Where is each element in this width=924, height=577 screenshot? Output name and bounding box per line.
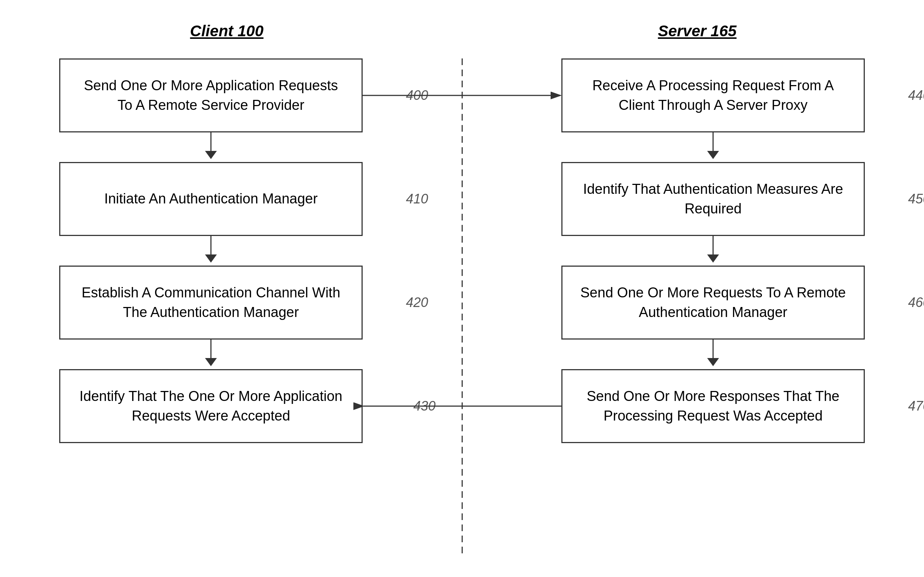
block-470-text: Send One Or More Responses That The Proc… bbox=[577, 387, 849, 426]
block-400-text: Send One Or More Application Requests To… bbox=[75, 76, 347, 115]
label-440: 440 bbox=[908, 86, 924, 105]
label-460: 460 bbox=[908, 293, 924, 312]
arrow-410-420 bbox=[44, 236, 378, 266]
arrow-450-460 bbox=[546, 236, 880, 266]
column-divider bbox=[407, 58, 517, 555]
label-450: 450 bbox=[908, 190, 924, 208]
block-440-text: Receive A Processing Request From A Clie… bbox=[577, 76, 849, 115]
flow-area: Send One Or More Application Requests To… bbox=[30, 58, 894, 555]
block-420: Establish A Communication Channel With T… bbox=[59, 266, 363, 340]
diagram-container: Client 100 Server 165 Send One Or More A… bbox=[0, 0, 924, 577]
block-460: Send One Or More Requests To A Remote Au… bbox=[561, 266, 865, 340]
block-430-text: Identify That The One Or More Applicatio… bbox=[75, 387, 347, 426]
block-450: Identify That Authentication Measures Ar… bbox=[561, 162, 865, 236]
arrow-440-450 bbox=[546, 132, 880, 162]
arrow-460-470 bbox=[546, 340, 880, 369]
columns-header: Client 100 Server 165 bbox=[30, 22, 894, 40]
client-title: Client 100 bbox=[60, 22, 393, 40]
block-440: Receive A Processing Request From A Clie… bbox=[561, 58, 865, 132]
divider-line bbox=[462, 58, 462, 555]
label-470: 470 bbox=[908, 397, 924, 415]
block-460-text: Send One Or More Requests To A Remote Au… bbox=[577, 283, 849, 322]
block-410-text: Initiate An Authentication Manager bbox=[104, 189, 318, 209]
block-410: Initiate An Authentication Manager 410 bbox=[59, 162, 363, 236]
block-430: Identify That The One Or More Applicatio… bbox=[59, 369, 363, 443]
left-flow-column: Send One Or More Application Requests To… bbox=[44, 58, 378, 443]
block-420-text: Establish A Communication Channel With T… bbox=[75, 283, 347, 322]
block-470: Send One Or More Responses That The Proc… bbox=[561, 369, 865, 443]
block-450-text: Identify That Authentication Measures Ar… bbox=[577, 179, 849, 219]
arrow-420-430 bbox=[44, 340, 378, 369]
block-400: Send One Or More Application Requests To… bbox=[59, 58, 363, 132]
server-title: Server 165 bbox=[531, 22, 864, 40]
arrow-400-410 bbox=[44, 132, 378, 162]
right-flow-column: Receive A Processing Request From A Clie… bbox=[546, 58, 880, 443]
